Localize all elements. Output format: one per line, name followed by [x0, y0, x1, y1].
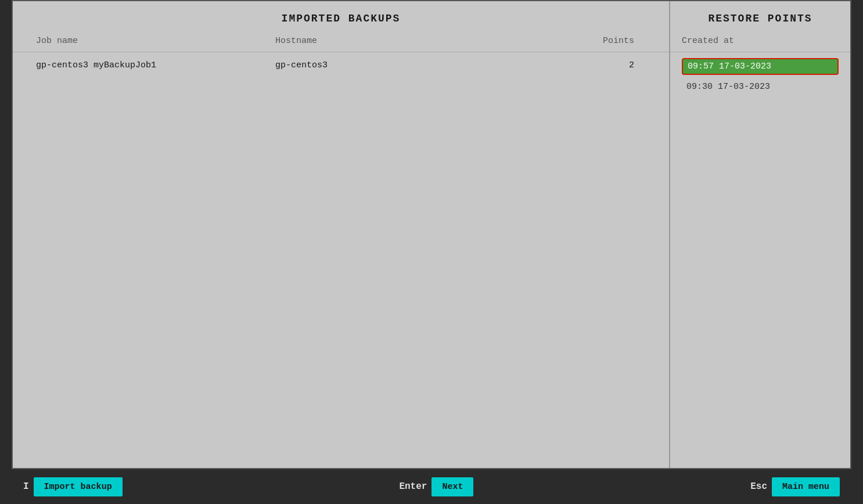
import-key-label: I: [23, 481, 29, 492]
col-header-job: Job name: [36, 36, 275, 46]
import-backup-button[interactable]: Import backup: [34, 477, 123, 496]
main-menu-button[interactable]: Main menu: [772, 477, 840, 496]
restore-points-panel: RESTORE POINTS Created at 09:57 17-03-20…: [670, 1, 850, 468]
bottom-right-actions: Esc Main menu: [750, 477, 840, 496]
col-header-points: Points: [515, 36, 646, 46]
col-header-hostname: Hostname: [275, 36, 515, 46]
table-headers: Job name Hostname Points: [13, 30, 669, 52]
restore-points-list: 09:57 17-03-2023 09:30 17-03-2023: [670, 52, 850, 100]
main-window: IMPORTED BACKUPS Job name Hostname Point…: [12, 0, 851, 469]
content-area: IMPORTED BACKUPS Job name Hostname Point…: [13, 1, 850, 468]
restore-points-col-header: Created at: [670, 30, 850, 52]
imported-backups-panel: IMPORTED BACKUPS Job name Hostname Point…: [13, 1, 670, 468]
restore-points-title: RESTORE POINTS: [670, 1, 850, 30]
row-hostname: gp-centos3: [275, 60, 515, 70]
imported-backups-title: IMPORTED BACKUPS: [13, 1, 669, 30]
restore-point-item-1[interactable]: 09:30 17-03-2023: [682, 80, 839, 94]
bottom-bar: I Import backup Enter Next Esc Main menu: [0, 469, 863, 504]
bottom-left-actions: I Import backup: [23, 477, 123, 496]
esc-key-label: Esc: [750, 481, 767, 492]
row-job-name: gp-centos3 myBackupJob1: [36, 60, 275, 70]
restore-point-item-0[interactable]: 09:57 17-03-2023: [682, 58, 839, 75]
row-points: 2: [515, 60, 646, 70]
bottom-center-actions: Enter Next: [399, 477, 473, 496]
enter-key-label: Enter: [399, 481, 427, 492]
next-button[interactable]: Next: [432, 477, 473, 496]
table-row[interactable]: gp-centos3 myBackupJob1 gp-centos3 2: [13, 52, 669, 78]
